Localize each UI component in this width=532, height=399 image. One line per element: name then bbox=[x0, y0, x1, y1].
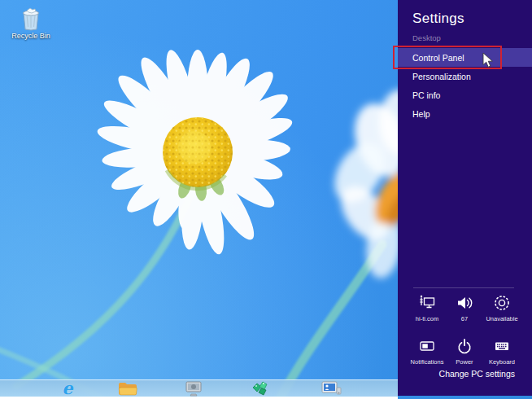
network-icon bbox=[417, 292, 437, 314]
menu-item-personalization[interactable]: Personalization bbox=[398, 67, 532, 86]
notifications-icon bbox=[417, 335, 437, 357]
recycle-bin-icon bbox=[20, 7, 42, 31]
volume-icon bbox=[455, 292, 474, 314]
notifications-tile[interactable]: Notifications bbox=[409, 334, 445, 371]
recycle-bin-label: Recycle Bin bbox=[8, 32, 54, 40]
windows8-desktop-with-settings-charm: Recycle Bin e bbox=[0, 0, 532, 399]
volume-tile-label: 67 bbox=[461, 315, 468, 322]
internet-explorer-icon[interactable]: e bbox=[57, 380, 78, 397]
keyboard-tile-label: Keyboard bbox=[489, 358, 515, 366]
brightness-tile[interactable]: Unavailable bbox=[484, 291, 520, 328]
settings-panel-context: Desktop bbox=[412, 33, 441, 42]
network-tile[interactable]: hi-ti.com bbox=[409, 291, 445, 328]
file-explorer-icon[interactable] bbox=[117, 380, 138, 397]
keyboard-tile[interactable]: Keyboard bbox=[484, 334, 520, 371]
pc-app-icon[interactable] bbox=[321, 380, 342, 397]
quick-settings-tiles: hi-ti.com 67 bbox=[409, 291, 520, 371]
gems-app-icon[interactable] bbox=[250, 380, 271, 397]
power-icon bbox=[455, 335, 474, 357]
settings-charm-panel: Settings Desktop Control Panel Personali… bbox=[398, 0, 532, 396]
notifications-tile-label: Notifications bbox=[411, 358, 444, 366]
panel-divider bbox=[413, 287, 514, 288]
power-tile[interactable]: Power bbox=[447, 334, 482, 371]
network-tile-label: hi-ti.com bbox=[416, 315, 438, 322]
menu-item-pc-info[interactable]: PC info bbox=[398, 86, 532, 104]
volume-tile[interactable]: 67 bbox=[447, 291, 482, 328]
keyboard-icon bbox=[492, 335, 512, 357]
brightness-tile-label: Unavailable bbox=[486, 315, 517, 322]
menu-item-help[interactable]: Help bbox=[398, 104, 532, 123]
media-app-icon[interactable] bbox=[183, 380, 204, 397]
change-pc-settings-link[interactable]: Change PC settings bbox=[439, 369, 515, 379]
power-tile-label: Power bbox=[456, 358, 473, 366]
menu-item-control-panel[interactable]: Control Panel bbox=[398, 48, 532, 67]
settings-panel-title: Settings bbox=[412, 11, 464, 27]
taskbar: e bbox=[0, 379, 398, 397]
brightness-icon bbox=[492, 292, 512, 314]
recycle-bin-shortcut[interactable]: Recycle Bin bbox=[8, 7, 54, 40]
settings-menu: Control Panel Personalization PC info He… bbox=[398, 48, 532, 123]
